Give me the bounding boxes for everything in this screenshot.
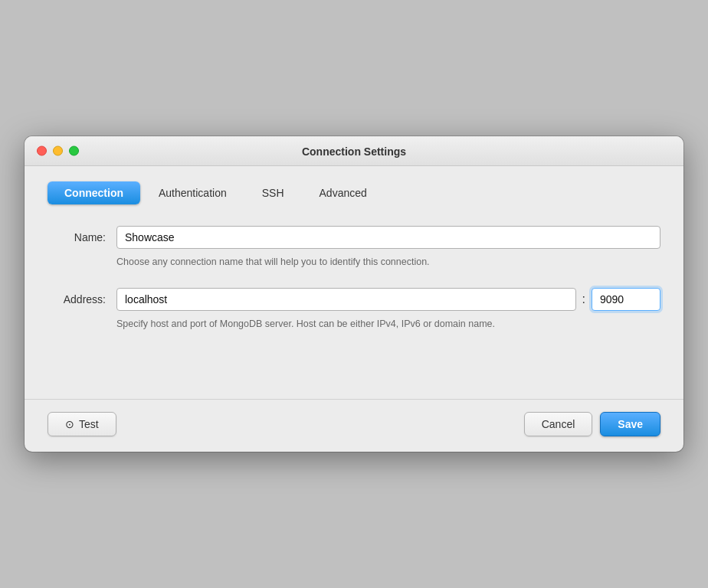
minimize-button[interactable] xyxy=(53,146,63,156)
footer: ⊙ Test Cancel Save xyxy=(25,399,683,452)
address-port-row: : xyxy=(116,288,660,311)
maximize-button[interactable] xyxy=(69,146,79,156)
titlebar: Connection Settings xyxy=(25,136,683,166)
address-input-group: : Specify host and port of MongoDB serve… xyxy=(116,288,660,332)
address-label: Address: xyxy=(48,288,116,305)
port-input[interactable] xyxy=(592,288,660,311)
address-hint: Specify host and port of MongoDB server.… xyxy=(116,317,561,332)
name-row: Name: Choose any connection name that wi… xyxy=(48,226,660,270)
window-controls xyxy=(37,146,79,156)
tab-ssh[interactable]: SSH xyxy=(245,181,301,204)
name-input-group: Choose any connection name that will hel… xyxy=(116,226,660,270)
save-button[interactable]: Save xyxy=(600,412,660,436)
test-button[interactable]: ⊙ Test xyxy=(48,412,116,436)
test-icon: ⊙ xyxy=(65,418,74,430)
name-section: Name: Choose any connection name that wi… xyxy=(48,226,660,270)
test-label: Test xyxy=(79,418,99,430)
address-input-wrapper xyxy=(116,288,576,311)
name-label: Name: xyxy=(48,226,116,243)
close-button[interactable] xyxy=(37,146,47,156)
connection-settings-window: Connection Settings Connection Authentic… xyxy=(25,136,683,452)
colon-separator: : xyxy=(582,292,585,306)
address-row: Address: : Specify host and port of Mong… xyxy=(48,288,660,332)
tab-advanced[interactable]: Advanced xyxy=(303,181,384,204)
main-content: Connection Authentication SSH Advanced N… xyxy=(25,166,683,368)
window-title: Connection Settings xyxy=(302,145,406,158)
footer-right-buttons: Cancel Save xyxy=(524,412,660,436)
tab-bar: Connection Authentication SSH Advanced xyxy=(48,181,660,204)
port-input-wrapper xyxy=(592,288,660,311)
name-input[interactable] xyxy=(116,226,660,249)
address-section: Address: : Specify host and port of Mong… xyxy=(48,288,660,332)
name-hint: Choose any connection name that will hel… xyxy=(116,255,561,270)
tab-authentication[interactable]: Authentication xyxy=(142,181,244,204)
address-input[interactable] xyxy=(116,288,576,311)
cancel-button[interactable]: Cancel xyxy=(524,412,593,436)
tab-connection[interactable]: Connection xyxy=(48,181,140,204)
